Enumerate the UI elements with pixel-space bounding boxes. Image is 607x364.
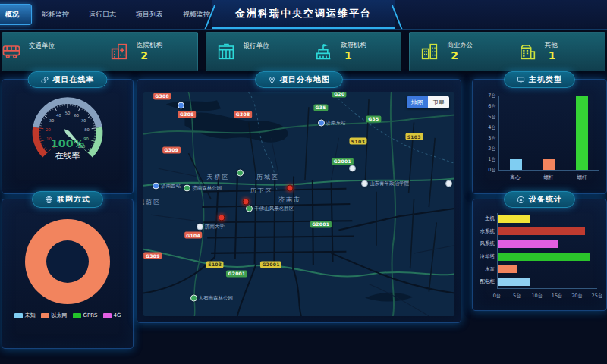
poi-dot-icon: [445, 180, 452, 187]
legend-label: 未知: [25, 312, 36, 319]
legend-item-未知[interactable]: 未知: [14, 312, 36, 319]
legend-label: 4G: [114, 312, 121, 318]
factory-icon: [517, 41, 538, 62]
road-shield-G2001: G2001: [332, 158, 353, 165]
poi-dot-icon: [349, 165, 356, 171]
panel-network-mode: 联网方式 未知以太网GPRS4G: [2, 199, 134, 349]
panel-device-stats: 设备统计 主机水系统风系统冷却塔水泵配电柜 0台5台10台15台20台25台: [472, 199, 607, 311]
device-stats-xticks: 0台5台10台15台20台25台: [497, 292, 597, 300]
stat-card-transport-hospital: 交通单位 医院机构2: [2, 32, 198, 71]
poi-dot-icon: [318, 120, 325, 127]
x-axis-tick: 20台: [571, 293, 583, 300]
poi-label: 济南西站: [161, 183, 181, 190]
nav-tab-1[interactable]: 能耗监控: [32, 0, 79, 29]
poi-marker: 大石崮森林公园: [190, 295, 234, 302]
road-shield-G2001: G2001: [260, 261, 281, 268]
road-shield-S103: S103: [206, 261, 224, 268]
svg-text:20: 20: [46, 127, 51, 132]
host-type-plot: [498, 96, 599, 171]
bus-icon: [1, 41, 22, 62]
y-axis-category: 冷却塔: [480, 253, 495, 260]
svg-text:60: 60: [74, 113, 79, 118]
satellite-mode-button[interactable]: 卫星: [428, 96, 449, 108]
project-marker[interactable]: [286, 185, 293, 192]
project-marker[interactable]: [218, 214, 225, 221]
device-stats-plot: [497, 213, 597, 289]
y-axis-category: 主机: [485, 215, 495, 222]
host-type-categories: 离心螺杆螺杆: [498, 174, 599, 181]
x-axis-tick: 15台: [552, 293, 563, 300]
bar-主机: [498, 215, 530, 223]
panel-online-rate-header: 项目在线率: [28, 71, 108, 88]
y-axis-tick: 3台: [479, 135, 496, 142]
x-axis-category: 螺杆: [577, 174, 587, 181]
panel-host-type-header: 主机类型: [504, 71, 575, 88]
poi-label: 济南森林公园: [192, 185, 222, 192]
y-axis-tick: 4台: [479, 124, 496, 131]
stats-row: 交通单位 医院机构2 银行单位 政府机构1: [2, 32, 605, 71]
y-axis-tick: 2台: [479, 146, 496, 152]
poi-marker: [445, 180, 452, 187]
legend-swatch: [14, 313, 23, 318]
district-label: 济南市: [278, 196, 301, 204]
poi-dot-icon: [246, 205, 253, 212]
bar-水系统: [498, 228, 585, 235]
nav-tab-0[interactable]: 概况: [0, 4, 32, 25]
poi-marker: 济南西站: [153, 183, 181, 190]
stat-hospital: 医院机构2: [99, 41, 197, 62]
gauge-value: 100%: [51, 137, 84, 149]
road-shield-G308: G308: [234, 111, 252, 118]
x-axis-tick: 25台: [592, 293, 603, 300]
stat-card-bank-government: 银行单位 政府机构1: [206, 32, 402, 71]
poi-marker: [349, 165, 356, 171]
panel-online-rate: 项目在线率 0102030405060708090100100%在线率: [2, 79, 134, 194]
top-nav-bar: 概况能耗监控运行日志项目列表视频监控 金洲科瑞中央空调运维平台: [0, 0, 607, 30]
legend-item-GPRS[interactable]: GPRS: [73, 312, 98, 319]
y-axis-category: 配电柜: [480, 278, 495, 285]
y-axis-category: 水系统: [480, 228, 495, 235]
map-type-switch: 地图 卫星: [407, 96, 449, 108]
donut-hole: [46, 240, 89, 283]
poi-dot-icon: [237, 169, 244, 176]
road-shield-G309: G309: [143, 253, 162, 259]
map-mode-button[interactable]: 地图: [407, 96, 428, 108]
legend-item-4G[interactable]: 4G: [103, 312, 121, 319]
road-shield-S103: S103: [405, 133, 423, 140]
bar-风系统: [498, 240, 558, 248]
road-shield-G309: G309: [178, 111, 197, 118]
government-icon: [313, 41, 334, 62]
poi-dot-icon: [178, 102, 184, 108]
road-shield-G309: G309: [162, 146, 181, 153]
project-marker[interactable]: [243, 199, 250, 206]
poi-label: 山东青年政治学院: [370, 180, 409, 187]
legend-label: GPRS: [83, 312, 98, 318]
svg-text:70: 70: [81, 118, 86, 123]
legend-item-以太网[interactable]: 以太网: [41, 312, 68, 319]
panel-title: 设备统计: [529, 194, 562, 205]
stat-bank: 银行单位: [206, 41, 304, 62]
link-icon: [41, 76, 49, 84]
nav-tab-3[interactable]: 项目列表: [126, 0, 173, 29]
road-shield-G35: G35: [366, 115, 381, 122]
poi-marker: 济南东站: [318, 120, 346, 127]
bar-冷却塔: [498, 253, 590, 261]
bar-水泵: [498, 265, 517, 273]
stat-traffic-unit: 交通单位: [2, 41, 99, 62]
district-label: 槐荫区: [143, 198, 161, 206]
poi-marker: 济南森林公园: [184, 185, 222, 192]
x-axis-category: 螺杆: [544, 174, 554, 181]
stat-label: 交通单位: [29, 42, 55, 51]
legend-swatch: [73, 313, 81, 318]
stat-government: 政府机构1: [304, 41, 401, 62]
stat-office: 商业办公2: [410, 41, 507, 62]
stat-label: 银行单位: [244, 42, 269, 51]
map-canvas[interactable]: G308G309G308G309G20G35G35G2001S103S103G2…: [143, 92, 454, 316]
nav-tab-2[interactable]: 运行日志: [79, 0, 126, 29]
donut-ring: [25, 219, 110, 304]
network-donut-chart: [2, 219, 133, 304]
gauge-label: 在线率: [55, 151, 80, 161]
panel-project-map: 项目分布地图 G308G309G308G309G20: [137, 79, 461, 323]
stat-value: 2: [447, 50, 473, 61]
poi-marker: 山东青年政治学院: [361, 180, 409, 187]
globe-icon: [45, 196, 53, 204]
